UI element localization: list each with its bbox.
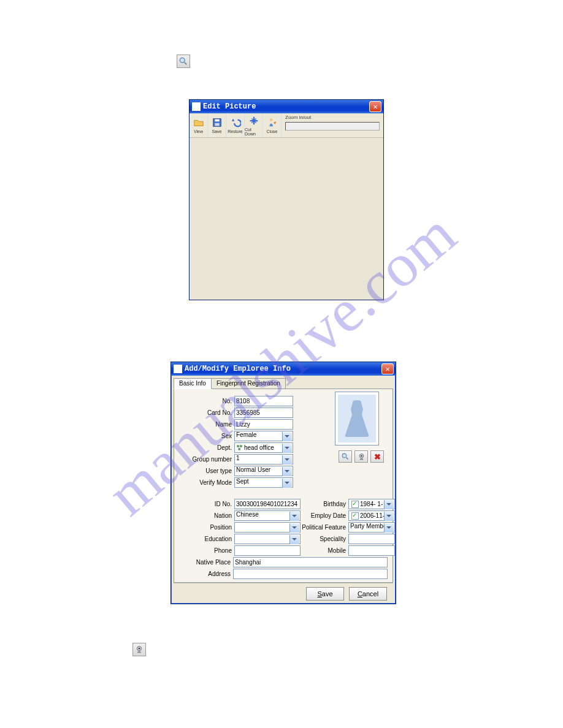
birthday-checkbox[interactable] — [351, 501, 359, 508]
edit-picture-window: Edit Picture ✕ View Save Restore Cut Dow… — [189, 99, 384, 300]
titlebar[interactable]: Edit Picture ✕ — [190, 100, 383, 113]
svg-rect-4 — [215, 123, 219, 126]
dept-select[interactable]: head office — [234, 442, 293, 453]
floppy-icon — [212, 117, 223, 128]
no-field[interactable] — [234, 396, 293, 406]
employee-info-window: Add/Modify Emploree Info ✕ Basic Info Fi… — [170, 362, 396, 604]
restore-button[interactable]: Restore — [226, 113, 245, 137]
birthday-value: 1984- 1- 2 — [360, 501, 393, 507]
address-label: Address — [179, 571, 233, 577]
titlebar[interactable]: Add/Modify Emploree Info ✕ — [171, 362, 396, 376]
svg-point-5 — [269, 118, 272, 121]
close-button[interactable]: ✕ — [381, 363, 394, 374]
political-feature-select[interactable]: Party Member — [348, 522, 395, 533]
close-tool-button[interactable]: Close — [263, 113, 282, 137]
speciality-field[interactable] — [348, 534, 395, 544]
org-icon — [236, 444, 243, 451]
name-label: Name — [179, 421, 234, 428]
birthday-label: Birthday — [301, 501, 348, 507]
dept-label: Dept. — [179, 444, 234, 451]
phone-field[interactable] — [234, 545, 301, 556]
svg-point-0 — [180, 58, 185, 63]
sys-icon — [192, 102, 201, 111]
verify-mode-select[interactable]: Sept — [234, 477, 293, 488]
undo-icon — [230, 117, 241, 128]
political-feature-label: Political Feature — [301, 524, 348, 531]
zoom-panel: Zoom in/out — [282, 113, 383, 137]
window-title: Add/Modify Emploree Info — [185, 365, 291, 373]
webcam-icon — [132, 643, 146, 656]
name-field[interactable] — [234, 419, 293, 430]
svg-rect-10 — [237, 445, 239, 447]
id-no-label: ID No. — [179, 501, 234, 507]
save-button[interactable]: Save — [208, 113, 226, 137]
address-field[interactable] — [233, 569, 388, 579]
speciality-label: Speciality — [301, 536, 348, 542]
close-button[interactable]: ✕ — [369, 101, 381, 112]
sex-label: Sex — [179, 433, 234, 439]
cancel-button[interactable]: Cancel — [349, 587, 387, 601]
button-bar: Save Cancel — [174, 583, 393, 604]
employ-date-value: 2006-11- 9 — [360, 512, 393, 519]
card-no-field[interactable] — [234, 408, 293, 418]
id-no-field[interactable] — [234, 499, 301, 509]
mobile-field[interactable] — [348, 545, 395, 556]
view-label: View — [194, 129, 203, 134]
crop-icon — [248, 115, 259, 126]
tab-fingerprint[interactable]: Fingerprint Registration — [211, 378, 286, 389]
tab-basic-info[interactable]: Basic Info — [174, 378, 212, 389]
window-title: Edit Picture — [203, 102, 256, 111]
toolbar: View Save Restore Cut Down Close Zoom in… — [190, 113, 383, 138]
phone-label: Phone — [179, 547, 234, 554]
tab-body: ✖ No. Card No. Name Sex Female Dept. hea… — [174, 389, 393, 583]
group-number-select[interactable]: 1 — [234, 454, 293, 464]
save-label: Save — [212, 129, 222, 134]
nation-label: Nation — [179, 512, 234, 519]
group-number-label: Group number — [179, 456, 234, 463]
education-label: Education — [179, 536, 234, 542]
svg-point-14 — [139, 648, 140, 650]
mobile-label: Mobile — [301, 547, 348, 554]
employ-date-label: Employ Date — [301, 512, 348, 519]
save-rest: ave — [322, 590, 333, 597]
employ-date-picker[interactable]: 2006-11- 9 — [348, 510, 395, 521]
view-button[interactable]: View — [190, 113, 208, 137]
svg-rect-3 — [215, 119, 219, 122]
user-type-select[interactable]: Normal User — [234, 466, 293, 476]
close-label: Close — [267, 129, 278, 134]
user-type-label: User type — [179, 468, 234, 474]
magnify-icon — [177, 55, 190, 68]
employ-date-checkbox[interactable] — [351, 512, 359, 520]
zoom-slider[interactable] — [285, 122, 380, 131]
sys-icon — [174, 365, 182, 373]
cancel-rest: ancel — [362, 590, 378, 597]
verify-mode-label: Verify Mode — [179, 479, 234, 486]
svg-rect-11 — [240, 445, 242, 447]
position-label: Position — [179, 524, 234, 531]
sex-select[interactable]: Female — [234, 431, 293, 441]
position-select[interactable] — [234, 522, 301, 533]
no-label: No. — [179, 398, 234, 404]
restore-label: Restore — [228, 129, 243, 134]
zoom-label: Zoom in/out — [285, 115, 311, 120]
birthday-picker[interactable]: 1984- 1- 2 — [348, 499, 395, 509]
nation-select[interactable]: Chinese — [234, 510, 301, 521]
save-button[interactable]: Save — [306, 587, 344, 601]
svg-line-1 — [185, 63, 187, 65]
folder-open-icon — [193, 117, 204, 128]
person-exit-icon — [267, 117, 278, 128]
dept-value: head office — [244, 444, 274, 451]
native-place-label: Native Place — [179, 559, 233, 566]
card-no-label: Card No. — [179, 409, 234, 416]
education-select[interactable] — [234, 534, 301, 544]
cutdown-label: Cut Down — [245, 127, 262, 136]
native-place-field[interactable] — [233, 557, 388, 567]
cut-down-button[interactable]: Cut Down — [245, 113, 263, 137]
svg-rect-12 — [238, 448, 240, 450]
picture-canvas — [190, 138, 383, 300]
tab-bar: Basic Info Fingerprint Registration — [174, 378, 393, 389]
